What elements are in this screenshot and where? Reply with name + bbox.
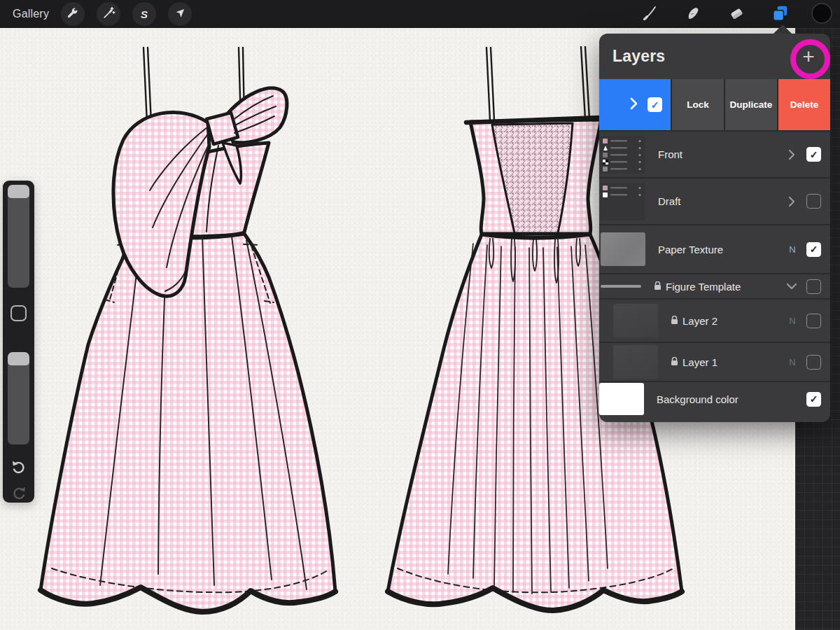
layers-title: Layers — [612, 47, 665, 66]
chevron-down-icon[interactable] — [786, 283, 797, 290]
lock-icon — [671, 356, 678, 368]
brush-size-thumb[interactable] — [8, 185, 29, 198]
brush-icon — [641, 5, 658, 24]
undo-icon — [11, 464, 27, 476]
layer-thumbnail — [599, 383, 644, 415]
eraser-button[interactable] — [722, 0, 750, 28]
layer-label: Paper Texture — [658, 244, 723, 255]
undo-button[interactable] — [11, 460, 27, 477]
adjustments-button[interactable] — [97, 2, 120, 26]
duplicate-button[interactable]: Duplicate — [725, 79, 777, 130]
actions-button[interactable] — [61, 2, 85, 26]
eraser-icon — [728, 5, 745, 24]
visibility-checkbox[interactable]: ✓ — [648, 97, 662, 112]
layer-label: Background color — [657, 393, 738, 405]
color-circle-icon — [811, 2, 833, 27]
redo-button[interactable] — [11, 486, 27, 503]
layer-thumbnail — [601, 285, 641, 288]
chevron-right-icon[interactable] — [786, 149, 797, 160]
add-layer-highlight-ring — [790, 39, 830, 79]
layer-row-draft[interactable]: Draft — [599, 177, 830, 224]
blend-mode-badge[interactable]: N — [788, 357, 797, 368]
selected-layer-stub[interactable]: ✓ — [599, 79, 671, 130]
layer-thumbnail — [613, 345, 658, 379]
visibility-checkbox[interactable]: ✓ — [806, 392, 821, 407]
chevron-right-icon — [630, 97, 638, 113]
selection-button[interactable]: S — [132, 2, 156, 26]
swiped-layer-row: ✓ Lock Duplicate Delete — [599, 79, 830, 130]
top-toolbar: Gallery S — [0, 0, 840, 28]
transform-button[interactable] — [168, 2, 192, 26]
visibility-checkbox[interactable]: ✓ — [806, 242, 821, 257]
redo-icon — [11, 490, 27, 502]
selection-s-icon: S — [141, 8, 148, 20]
color-button[interactable] — [808, 0, 836, 28]
gallery-button[interactable]: Gallery — [13, 8, 49, 20]
smudge-button[interactable] — [679, 0, 707, 28]
blend-mode-badge[interactable]: N — [788, 316, 797, 326]
opacity-slider[interactable] — [8, 352, 29, 444]
layer-thumbnail — [613, 304, 658, 337]
transform-arrow-icon — [174, 7, 186, 22]
layer-row-layer-1[interactable]: Layer 1N — [599, 342, 830, 381]
brush-size-slider[interactable] — [8, 185, 29, 288]
visibility-checkbox[interactable] — [806, 279, 821, 294]
opacity-thumb[interactable] — [8, 352, 29, 365]
layer-row-background-color[interactable]: Background color✓ — [599, 381, 830, 416]
layer-label: Draft — [658, 195, 681, 207]
layer-row-layer-2[interactable]: Layer 2N — [599, 298, 830, 342]
visibility-checkbox[interactable]: ✓ — [806, 147, 821, 162]
blend-mode-badge[interactable]: N — [788, 244, 797, 255]
lock-button[interactable]: Lock — [672, 79, 724, 130]
magic-wand-icon — [102, 6, 115, 22]
layer-row-front[interactable]: Front✓ — [599, 130, 830, 177]
wrench-icon — [66, 6, 80, 22]
layer-row-figure-template[interactable]: Figure Template — [599, 273, 830, 298]
layer-label: Layer 1 — [671, 356, 718, 368]
modify-button[interactable] — [10, 305, 27, 321]
layer-list: Front✓DraftPaper TextureN✓Figure Templat… — [599, 130, 830, 416]
layer-label: Front — [658, 148, 682, 160]
brush-button[interactable] — [636, 0, 664, 28]
popover-arrow — [773, 24, 792, 34]
delete-button[interactable]: Delete — [778, 79, 830, 130]
procreate-app: Gallery S — [0, 0, 840, 630]
lock-icon — [654, 281, 662, 293]
layers-panel: Layers + ✓ Lock Duplicate Delete Front✓D… — [599, 34, 830, 422]
layer-thumbnail — [601, 232, 645, 266]
smudge-icon — [685, 5, 701, 24]
layer-row-paper-texture[interactable]: Paper TextureN✓ — [599, 224, 830, 273]
layers-button[interactable] — [766, 0, 794, 28]
layers-icon — [771, 4, 789, 24]
chevron-right-icon[interactable] — [786, 196, 797, 207]
visibility-checkbox[interactable] — [806, 314, 821, 328]
layer-label: Figure Template — [654, 281, 741, 293]
sidebar-controls — [3, 181, 34, 503]
lock-icon — [671, 315, 678, 327]
visibility-checkbox[interactable] — [806, 194, 821, 209]
layer-label: Layer 2 — [671, 315, 718, 327]
visibility-checkbox[interactable] — [806, 355, 821, 370]
